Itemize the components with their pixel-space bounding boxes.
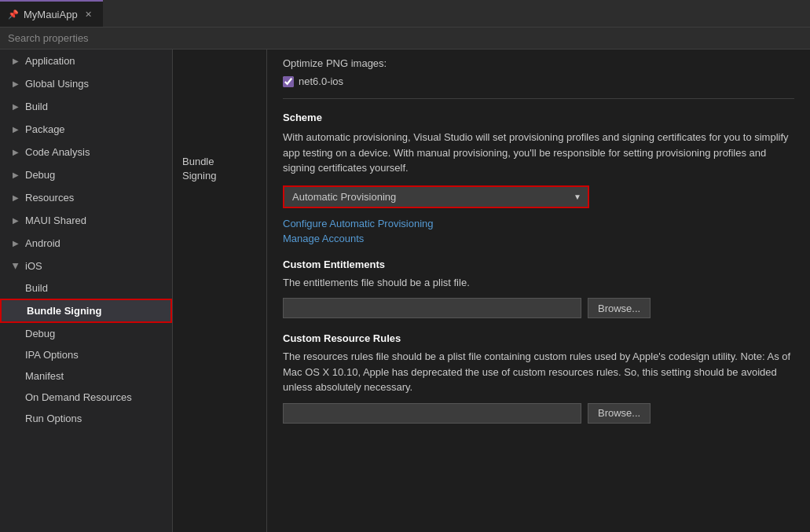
arrow-icon: ▶ [13,148,19,156]
scheme-desc: With automatic provisioning, Visual Stud… [283,130,794,176]
top-section: Optimize PNG images: net6.0-ios [283,50,794,99]
sidebar-item-ios-on-demand-resources[interactable]: On Demand Resources [0,387,172,408]
sidebar-label: Build [25,101,48,112]
sidebar-item-ios-debug[interactable]: Debug [0,323,172,344]
search-bar [0,28,810,50]
sidebar-item-android[interactable]: ▶ Android [0,232,172,255]
main-layout: ▶ Application ▶ Global Usings ▶ Build ▶ … [0,50,810,532]
arrow-icon: ▶ [12,263,20,270]
active-tab[interactable]: 📌 MyMauiApp ✕ [0,0,103,27]
sidebar-item-ios-ipa-options[interactable]: IPA Options [0,344,172,365]
label-column: BundleSigning [173,50,267,532]
resource-rules-file-input[interactable] [283,403,581,424]
bundle-signing-content: Scheme With automatic provisioning, Visu… [283,112,794,439]
arrow-icon: ▶ [13,171,19,179]
custom-resource-rules-desc: The resources rules file should be a pli… [283,349,794,395]
ios-debug-label: Debug [25,328,55,339]
tab-close-button[interactable]: ✕ [82,8,95,20]
entitlements-browse-button[interactable]: Browse... [588,298,651,318]
custom-entitlements-title: Custom Entitlements [283,259,794,270]
ios-ipa-options-label: IPA Options [25,349,79,361]
arrow-icon: ▶ [13,239,19,248]
ios-bundle-signing-label: Bundle Signing [27,305,101,317]
sidebar-label: MAUI Shared [25,215,86,226]
net6-ios-checkbox[interactable] [283,76,294,87]
sidebar-label: Debug [25,169,55,181]
sidebar-item-package[interactable]: ▶ Package [0,118,172,141]
custom-entitlements-desc: The entitlements file should be a plist … [283,275,794,291]
arrow-icon: ▶ [13,79,19,88]
sidebar-label: Android [25,237,60,249]
content-area: BundleSigning Optimize PNG images: net6.… [173,50,810,532]
sidebar-item-resources[interactable]: ▶ Resources [0,186,172,209]
sidebar-item-application[interactable]: ▶ Application [0,50,172,72]
arrow-icon: ▶ [13,125,19,134]
dropdown-arrow-icon: ▼ [567,193,588,201]
tab-bar: 📌 MyMauiApp ✕ [0,0,810,28]
search-input[interactable] [8,32,802,44]
sidebar-item-code-analysis[interactable]: ▶ Code Analysis [0,141,172,163]
resource-rules-input-row: Browse... [283,403,794,424]
sidebar-item-global-usings[interactable]: ▶ Global Usings [0,72,172,95]
entitlements-file-input[interactable] [283,298,581,318]
ios-on-demand-resources-label: On Demand Resources [25,391,132,403]
ios-build-label: Build [25,282,48,294]
provisioning-dropdown-wrapper: Automatic Provisioning Manual Provisioni… [283,185,589,208]
entitlements-input-row: Browse... [283,298,794,318]
optimize-png-text: Optimize PNG images: [283,57,794,69]
sidebar-label: Application [25,55,75,67]
custom-resource-rules-section: Custom Resource Rules The resources rule… [283,332,794,424]
arrow-icon: ▶ [13,216,19,225]
configure-automatic-provisioning-link[interactable]: Configure Automatic Provisioning [283,218,794,229]
arrow-icon: ▶ [13,102,19,111]
sidebar-item-build[interactable]: ▶ Build [0,95,172,118]
net6-ios-label: net6.0-ios [299,75,343,87]
sidebar-item-ios[interactable]: ▶ iOS [0,255,172,277]
sidebar-item-ios-manifest[interactable]: Manifest [0,365,172,387]
checkbox-row: net6.0-ios [283,75,794,87]
pin-icon: 📌 [8,9,19,20]
sidebar-label: Code Analysis [25,146,90,158]
arrow-icon: ▶ [13,57,19,65]
ios-run-options-label: Run Options [25,413,82,424]
tab-title: MyMauiApp [24,9,78,20]
arrow-icon: ▶ [13,193,19,202]
bundle-signing-label: BundleSigning [182,152,257,183]
sidebar-label: Global Usings [25,78,89,90]
sidebar-label: Package [25,123,65,135]
sidebar-item-ios-bundle-signing[interactable]: Bundle Signing [0,299,172,323]
scheme-title: Scheme [283,112,794,123]
sidebar-item-ios-run-options[interactable]: Run Options [0,408,172,429]
custom-resource-rules-title: Custom Resource Rules [283,332,794,344]
resource-rules-browse-button[interactable]: Browse... [588,403,651,424]
right-content: Optimize PNG images: net6.0-ios Scheme W… [267,50,810,532]
sidebar-item-debug[interactable]: ▶ Debug [0,163,172,186]
sidebar-item-ios-build[interactable]: Build [0,277,172,299]
sidebar-item-maui-shared[interactable]: ▶ MAUI Shared [0,209,172,232]
manage-accounts-link[interactable]: Manage Accounts [283,233,794,244]
provisioning-dropdown[interactable]: Automatic Provisioning Manual Provisioni… [284,187,567,207]
custom-entitlements-section: Custom Entitlements The entitlements fil… [283,259,794,319]
sidebar-label: iOS [25,260,42,272]
sidebar: ▶ Application ▶ Global Usings ▶ Build ▶ … [0,50,173,532]
ios-manifest-label: Manifest [25,370,64,382]
sidebar-label: Resources [25,192,74,204]
